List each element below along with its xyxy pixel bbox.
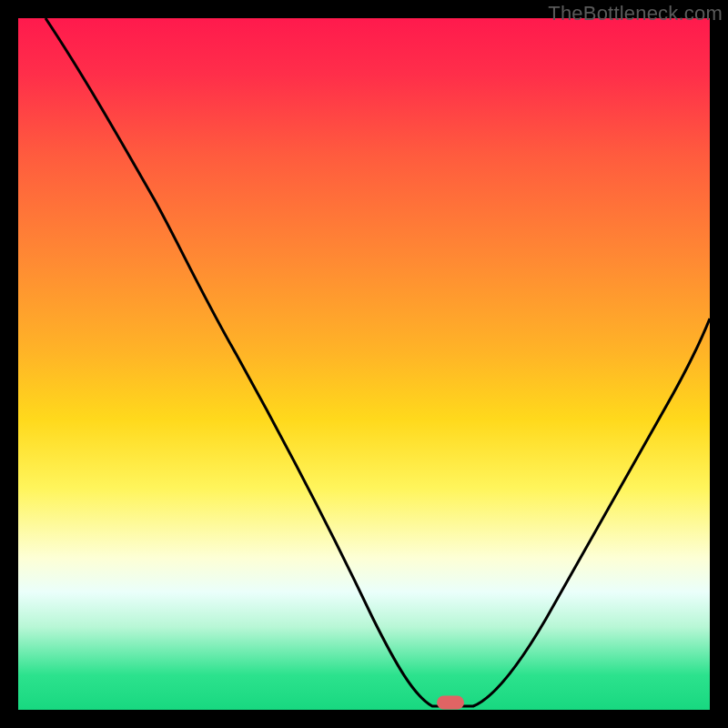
curve-path (46, 18, 710, 706)
optimal-marker (437, 696, 464, 710)
plot-area (18, 18, 710, 710)
chart-frame: TheBottleneck.com (0, 0, 728, 728)
watermark-text: TheBottleneck.com (548, 2, 723, 25)
bottleneck-curve (18, 18, 710, 710)
